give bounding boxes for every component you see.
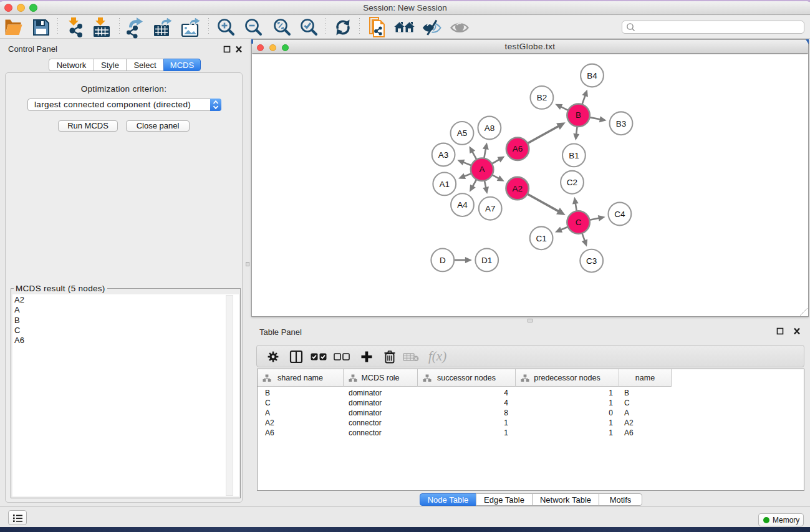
svg-text:A1: A1 xyxy=(440,180,450,189)
svg-text:A2: A2 xyxy=(512,184,523,193)
svg-text:B: B xyxy=(576,110,581,120)
svg-text:A: A xyxy=(480,165,485,174)
svg-text:C2: C2 xyxy=(567,178,577,187)
svg-text:C4: C4 xyxy=(614,210,625,219)
svg-text:D1: D1 xyxy=(481,256,492,265)
svg-text:B1: B1 xyxy=(569,151,579,160)
svg-text:B4: B4 xyxy=(587,71,597,80)
svg-text:C1: C1 xyxy=(536,234,546,243)
svg-text:C3: C3 xyxy=(586,256,597,266)
svg-text:A8: A8 xyxy=(485,123,495,133)
svg-text:A5: A5 xyxy=(457,128,468,138)
svg-text:C: C xyxy=(576,218,582,227)
svg-text:B2: B2 xyxy=(537,93,547,102)
svg-text:A6: A6 xyxy=(513,144,523,153)
svg-text:D: D xyxy=(440,256,446,265)
svg-text:A3: A3 xyxy=(438,150,449,160)
svg-text:B3: B3 xyxy=(616,119,627,128)
svg-text:A4: A4 xyxy=(457,200,468,210)
svg-text:A7: A7 xyxy=(485,204,496,213)
